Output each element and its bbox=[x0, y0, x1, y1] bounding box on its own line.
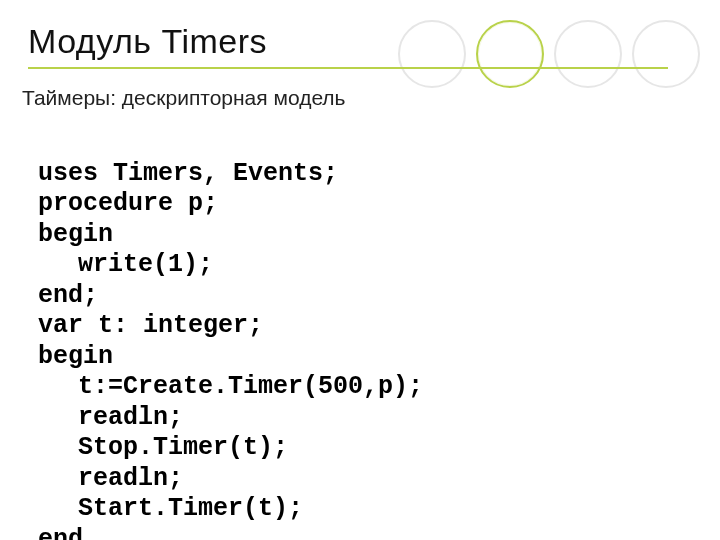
code-line: t:=Create.Timer(500,p); bbox=[38, 372, 423, 403]
circle-decor bbox=[398, 20, 466, 88]
code-line: procedure p; bbox=[38, 189, 218, 218]
circle-decor-accent bbox=[476, 20, 544, 88]
page-subtitle: Таймеры: дескрипторная модель bbox=[22, 86, 346, 110]
code-line: uses Timers, Events; bbox=[38, 159, 338, 188]
page-title: Модуль Timers bbox=[28, 22, 400, 61]
code-line: readln; bbox=[38, 403, 183, 434]
circle-decor bbox=[554, 20, 622, 88]
code-line: var t: integer; bbox=[38, 311, 263, 340]
code-block: uses Timers, Events; procedure p; begin … bbox=[38, 128, 423, 540]
decorative-circles bbox=[398, 20, 700, 88]
code-line: begin bbox=[38, 220, 113, 249]
circle-decor bbox=[632, 20, 700, 88]
title-underline bbox=[28, 67, 668, 69]
code-line: begin bbox=[38, 342, 113, 371]
code-line: end; bbox=[38, 281, 98, 310]
code-line: Start.Timer(t); bbox=[38, 494, 303, 525]
code-line: Stop.Timer(t); bbox=[38, 433, 288, 464]
code-line: readln; bbox=[38, 464, 183, 495]
code-line: end. bbox=[38, 525, 98, 541]
code-line: write(1); bbox=[38, 250, 213, 281]
